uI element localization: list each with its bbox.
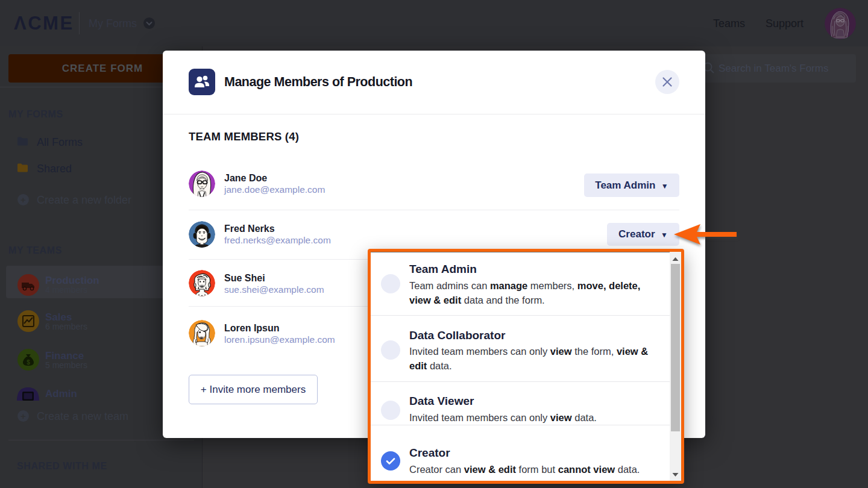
svg-text:$: $ (27, 359, 30, 366)
